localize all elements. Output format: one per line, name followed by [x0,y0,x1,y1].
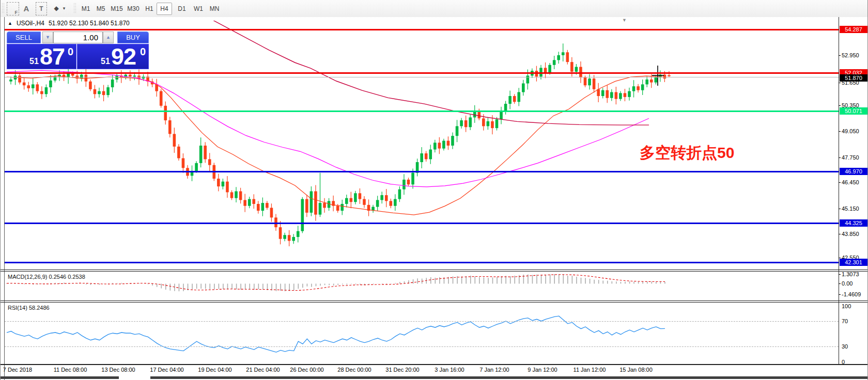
macd-tick [839,274,841,275]
price-level-badge: 50.071 [840,107,867,115]
price-level-line[interactable] [5,29,839,30]
time-axis-label: 17 Dec 04:00 [150,367,183,373]
price-level-badge: 44.325 [840,219,867,227]
volume-input[interactable] [53,31,103,43]
shapes-dropdown-caret-icon[interactable]: ▾ [61,2,67,14]
tf-button-mn[interactable]: MN [206,3,223,15]
sell-price-prefix: 51 [29,57,39,66]
time-axis-label: 31 Dec 20:00 [385,367,419,373]
rsi-level-line [5,346,839,347]
buy-price-prefix: 51 [101,57,110,66]
time-axis-label: 19 Dec 04:00 [198,367,231,373]
price-level-badge: 42.301 [840,259,867,266]
collapse-panel-icon[interactable]: ▲ [8,21,12,26]
price-tick [839,157,841,158]
text-label-icon[interactable]: T [36,2,47,15]
time-axis-label: 21 Dec 04:00 [246,367,280,373]
price-tick [839,234,841,234]
price-tick-label: 45.150 [842,205,859,212]
price-tick [839,258,841,258]
volume-decrease-button[interactable]: ▼ [42,31,53,43]
rsi-level-label: 100 [842,303,851,309]
price-level-line[interactable] [5,72,839,74]
buy-price-panel[interactable]: 51 92 0 [77,44,149,69]
macd-pane[interactable] [5,271,839,300]
insert-text-icon[interactable]: A [21,2,32,14]
time-axis-label: 3 Jan 16:00 [435,367,464,373]
tf-button-m30[interactable]: M30 [125,3,142,15]
time-axis-label: 7 Dec 2018 [3,367,32,373]
time-axis-label: 15 Jan 08:00 [619,367,653,373]
price-level-line[interactable] [5,77,839,77]
price-tick [839,131,841,132]
price-level-line[interactable] [5,223,839,224]
tf-button-m1[interactable]: M1 [78,3,94,15]
hscrollbar-thumb[interactable] [150,376,868,379]
price-tick-label: 43.850 [842,231,859,237]
price-level-badge: 54.287 [840,26,867,33]
price-tick-label: 52.950 [842,52,859,58]
tf-button-h1[interactable]: H1 [142,3,157,15]
time-axis-label: 28 Dec 00:00 [337,367,371,373]
price-tick [839,182,841,183]
time-axis-label: 13 Dec 08:00 [101,367,135,373]
toolbar-drag-handle[interactable] [2,3,5,14]
time-axis-label: 7 Jan 12:00 [479,367,509,373]
macd-tick [839,294,841,295]
autoscroll-marker-icon: ▼ [622,18,627,23]
sell-price-panel[interactable]: 51 87 0 [7,44,76,69]
tf-button-h4[interactable]: H4 [157,3,172,15]
pane-separator[interactable] [1,270,868,270]
time-axis-label: 26 Dec 00:00 [290,367,323,373]
price-tick-label: 47.750 [842,154,859,161]
macd-tick-label: 1.3073 [842,271,859,277]
time-axis-label: 11 Jan 12:00 [574,367,606,373]
price-level-line[interactable] [5,110,839,112]
chart-title: ▲ USOil-,H4 51.920 52.130 51.840 51.870 [8,20,130,27]
symbol-period-label: USOil-,H4 [17,20,44,27]
tf-button-d1[interactable]: D1 [174,3,190,15]
frame-f-icon[interactable]: F [7,2,19,15]
sell-price-big: 87 [40,43,65,70]
price-tick [839,55,841,56]
rsi-pane[interactable] [5,302,839,364]
price-tick [839,105,841,106]
price-tick-label: 49.050 [842,128,859,134]
rsi-level-label: 30 [842,343,848,350]
pane-separator [1,302,868,303]
sell-price-sup: 0 [68,46,73,58]
pane-separator[interactable] [1,300,868,301]
price-level-line[interactable] [5,262,839,263]
sell-button[interactable]: SELL [7,31,41,43]
tf-button-m15[interactable]: M15 [108,3,126,15]
price-level-badge: 46.970 [840,168,867,175]
price-level-line[interactable] [5,171,839,172]
tf-button-m5[interactable]: M5 [93,3,109,15]
macd-tick [839,283,841,284]
price-tick [839,209,841,209]
pane-separator [1,271,868,272]
hscrollbar-track[interactable] [1,376,119,379]
macd-tick-label: -1.4609 [842,291,861,297]
volume-increase-button[interactable]: ▲ [103,31,114,43]
mt4-window: F A T ◆ ▾ M1 M5 M15 M30 H1 H4 D1 W1 MN 5… [0,0,868,380]
buy-button[interactable]: BUY [117,31,149,43]
buy-price-sup: 0 [140,46,146,58]
chart-annotation-text: 多空转折点50 [640,142,734,164]
price-level-badge: 51.870 [840,74,867,82]
ohlc-values: 51.920 52.130 51.840 51.870 [49,20,130,27]
tf-button-w1[interactable]: W1 [191,3,206,15]
time-axis-separator [1,364,868,365]
price-tick-label: 46.450 [842,179,859,185]
rsi-level-label: 70 [842,318,848,324]
price-tick [839,83,841,83]
shapes-dropdown-icon[interactable]: ◆ [51,2,61,14]
toolbar: F A T ◆ ▾ M1 M5 M15 M30 H1 H4 D1 W1 MN [1,0,868,18]
time-axis-label: 11 Dec 08:00 [54,367,87,373]
rsi-level-line [5,321,839,322]
rsi-label: RSI(14) 58.2486 [8,305,50,311]
toolbar-drag-handle-2[interactable] [73,3,76,14]
price-axis-border [839,17,839,365]
chart-window: 52.95051.65050.35049.05047.75046.45045.1… [1,17,868,380]
macd-tick-label: 0.00 [842,280,853,287]
